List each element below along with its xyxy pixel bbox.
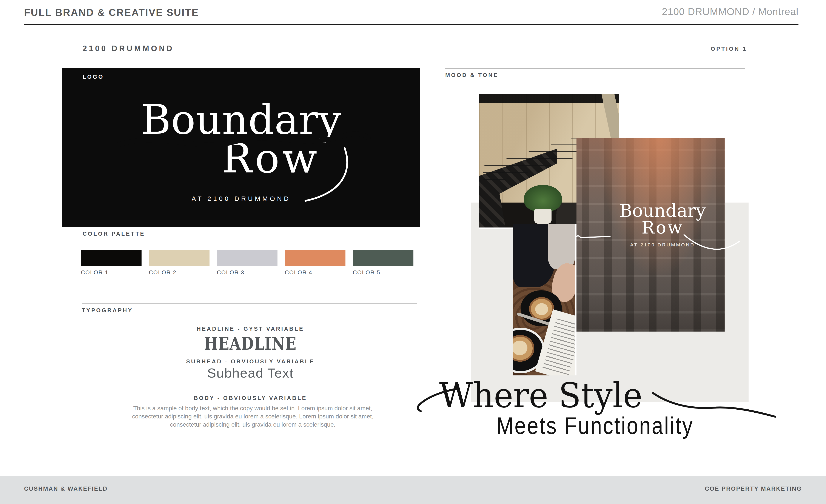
headline-spec-label: HEADLINE - GYST VARIABLE bbox=[82, 325, 418, 332]
logo-tagline: AT 2100 DRUMMOND bbox=[62, 195, 420, 202]
color-swatch-4-name: COLOR 4 bbox=[285, 269, 312, 276]
typography-divider bbox=[82, 303, 417, 303]
color-swatch-4 bbox=[285, 250, 346, 266]
plant-pot-shape bbox=[534, 209, 551, 224]
logo-swash-icon bbox=[62, 68, 420, 227]
color-swatch-1 bbox=[81, 250, 141, 266]
tagline-swash-icon bbox=[409, 378, 787, 429]
mood-photo-coffee bbox=[513, 224, 577, 375]
brand-suite-page: FULL BRAND & CREATIVE SUITE 2100 DRUMMON… bbox=[0, 0, 826, 504]
option-badge: OPTION 1 bbox=[711, 46, 747, 52]
project-name: 2100 DRUMMOND / Montreal bbox=[662, 6, 799, 18]
color-palette-label: COLOR PALETTE bbox=[82, 231, 145, 237]
color-swatch-1-name: COLOR 1 bbox=[81, 269, 108, 276]
mood-logo-swash-icon bbox=[569, 227, 750, 261]
section-title: 2100 DRUMMOND bbox=[82, 44, 174, 53]
typography-label: TYPOGRAPHY bbox=[82, 307, 133, 314]
footer-agency: COE PROPERTY MARKETING bbox=[705, 486, 802, 492]
color-swatch-2-name: COLOR 2 bbox=[149, 269, 176, 276]
color-swatch-3 bbox=[217, 250, 278, 266]
page-title: FULL BRAND & CREATIVE SUITE bbox=[24, 7, 199, 18]
mood-logo-line1: Boundary bbox=[572, 202, 753, 220]
subhead-spec-label: SUBHEAD - OBVIOUSLY VARIABLE bbox=[82, 358, 418, 365]
plant-shape bbox=[524, 185, 562, 211]
mood-tone-label: MOOD & TONE bbox=[445, 72, 498, 78]
latte-art-2-shape bbox=[513, 340, 527, 355]
footer-bar bbox=[0, 476, 826, 504]
color-swatch-5-name: COLOR 5 bbox=[353, 269, 380, 276]
subhead-sample: Subhead Text bbox=[82, 366, 418, 381]
body-spec-label: BODY - OBVIOUSLY VARIABLE bbox=[82, 395, 418, 401]
color-swatch-5 bbox=[353, 250, 413, 266]
footer-company: CUSHMAN & WAKEFIELD bbox=[24, 486, 108, 492]
staircase-railing-shape bbox=[483, 135, 582, 187]
logo-panel: LOGO Boundary Row AT 2100 DRUMMOND bbox=[62, 68, 420, 227]
headline-sample: HEADLINE bbox=[110, 333, 391, 354]
body-sample-text: This is a sample of body text, which the… bbox=[129, 404, 376, 429]
mood-divider bbox=[445, 68, 745, 69]
color-swatch-2 bbox=[149, 250, 210, 266]
header-divider bbox=[24, 24, 799, 25]
color-swatch-3-name: COLOR 3 bbox=[217, 269, 244, 276]
